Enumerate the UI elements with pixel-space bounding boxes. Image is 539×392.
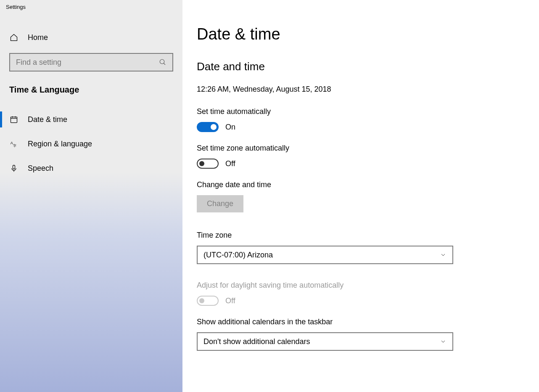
microphone-icon bbox=[9, 164, 18, 173]
set-time-auto-toggle[interactable] bbox=[197, 122, 219, 132]
sidebar-item-label: Region & language bbox=[28, 140, 92, 148]
sidebar-item-region-language[interactable]: A字 Region & language bbox=[0, 132, 182, 156]
sidebar-item-label: Date & time bbox=[28, 115, 67, 124]
window-title: Settings bbox=[0, 4, 26, 10]
dst-toggle bbox=[197, 296, 219, 306]
svg-point-4 bbox=[160, 59, 164, 64]
dst-block: Adjust for daylight saving time automati… bbox=[197, 281, 525, 306]
chevron-down-icon bbox=[440, 252, 447, 258]
set-tz-auto-state: Off bbox=[225, 159, 235, 168]
section-title: Date and time bbox=[197, 60, 525, 73]
svg-rect-6 bbox=[11, 117, 17, 122]
svg-rect-12 bbox=[13, 165, 15, 169]
calendar-icon bbox=[9, 115, 18, 124]
set-time-auto-label: Set time automatically bbox=[197, 107, 525, 116]
chevron-down-icon bbox=[440, 338, 447, 345]
page-title: Date & time bbox=[197, 25, 525, 43]
sidebar-items: Date & time A字 Region & language Speech bbox=[0, 102, 182, 180]
set-tz-auto-toggle[interactable] bbox=[197, 159, 219, 169]
addl-cal-label: Show additional calendars in the taskbar bbox=[197, 318, 525, 326]
svg-line-5 bbox=[164, 63, 165, 65]
addl-cal-value: Don't show additional calendars bbox=[203, 337, 310, 346]
change-dt-block: Change date and time Change bbox=[197, 180, 525, 212]
sidebar-item-date-time[interactable]: Date & time bbox=[0, 107, 182, 132]
search-icon bbox=[159, 58, 166, 66]
timezone-value: (UTC-07:00) Arizona bbox=[203, 251, 273, 260]
home-nav[interactable]: Home bbox=[0, 25, 182, 50]
current-datetime: 12:26 AM, Wednesday, August 15, 2018 bbox=[197, 85, 525, 94]
category-title: Time & Language bbox=[0, 79, 182, 102]
timezone-label: Time zone bbox=[197, 231, 525, 240]
language-icon: A字 bbox=[9, 140, 18, 148]
search-wrap bbox=[9, 53, 173, 72]
set-time-auto-state: On bbox=[225, 123, 235, 132]
main-content: Date & time Date and time 12:26 AM, Wedn… bbox=[182, 0, 539, 392]
set-tz-auto-block: Set time zone automatically Off bbox=[197, 144, 525, 169]
home-icon bbox=[9, 33, 18, 42]
search-box[interactable] bbox=[9, 53, 173, 72]
search-input[interactable] bbox=[16, 58, 159, 67]
sidebar-item-speech[interactable]: Speech bbox=[0, 156, 182, 180]
addl-cal-block: Show additional calendars in the taskbar… bbox=[197, 318, 525, 351]
sidebar: Home Time & Language Date & time A字 Regi… bbox=[0, 0, 182, 392]
dst-state: Off bbox=[225, 297, 235, 305]
change-button[interactable]: Change bbox=[197, 195, 243, 212]
set-time-auto-block: Set time automatically On bbox=[197, 107, 525, 132]
addl-cal-dropdown[interactable]: Don't show additional calendars bbox=[197, 332, 453, 351]
timezone-block: Time zone (UTC-07:00) Arizona bbox=[197, 231, 525, 264]
timezone-dropdown[interactable]: (UTC-07:00) Arizona bbox=[197, 246, 453, 264]
home-label: Home bbox=[28, 33, 48, 42]
svg-text:字: 字 bbox=[13, 143, 16, 148]
change-dt-label: Change date and time bbox=[197, 180, 525, 189]
dst-label: Adjust for daylight saving time automati… bbox=[197, 281, 525, 290]
titlebar: Settings bbox=[0, 0, 539, 13]
sidebar-item-label: Speech bbox=[28, 164, 53, 173]
set-tz-auto-label: Set time zone automatically bbox=[197, 144, 525, 153]
